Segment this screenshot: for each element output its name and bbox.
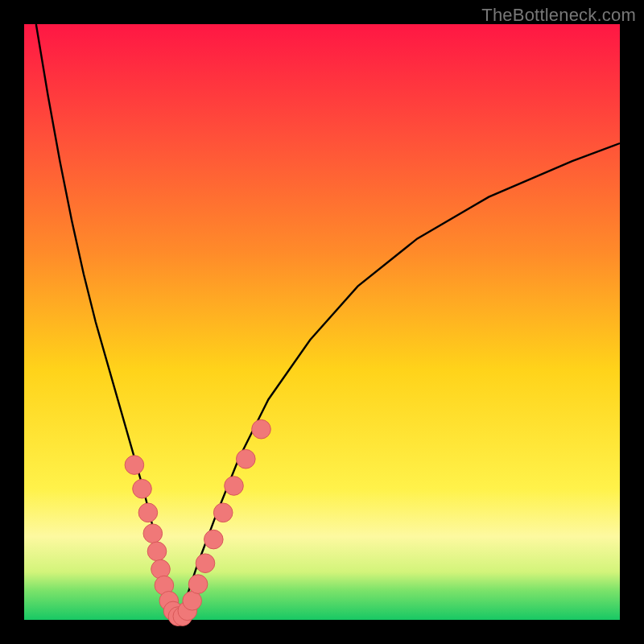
scatter-dot — [188, 575, 208, 594]
scatter-dot — [204, 530, 224, 549]
chart-svg — [24, 24, 620, 620]
scatter-dot — [225, 477, 244, 496]
scatter-dot — [237, 449, 256, 469]
scatter-dot — [143, 524, 163, 543]
watermark-text: TheBottleneck.com — [481, 5, 636, 26]
scatter-dot — [151, 559, 171, 579]
scatter-dot — [213, 503, 233, 522]
scatter-dot — [138, 503, 158, 522]
curve-right-branch — [178, 143, 620, 620]
scatter-dot — [133, 479, 152, 498]
plot-area — [24, 24, 620, 620]
outer-frame: TheBottleneck.com — [0, 0, 644, 644]
scatter-dot — [147, 542, 167, 561]
scatter-dot — [183, 592, 202, 611]
scatter-dot — [252, 419, 271, 439]
scatter-dot — [196, 554, 215, 573]
scatter-dot — [125, 456, 144, 475]
